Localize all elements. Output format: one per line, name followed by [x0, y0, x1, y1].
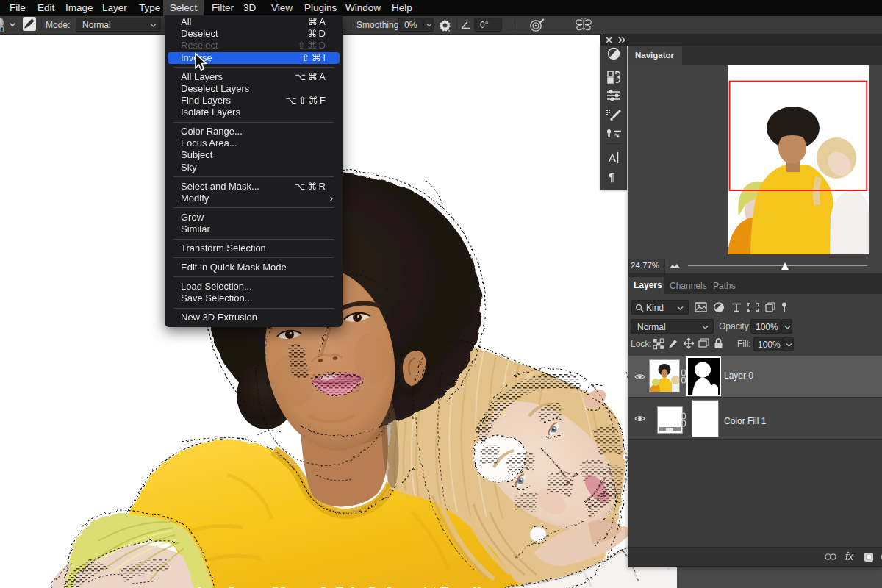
svg-text:A: A — [609, 151, 616, 164]
svg-text:¶: ¶ — [609, 171, 614, 183]
